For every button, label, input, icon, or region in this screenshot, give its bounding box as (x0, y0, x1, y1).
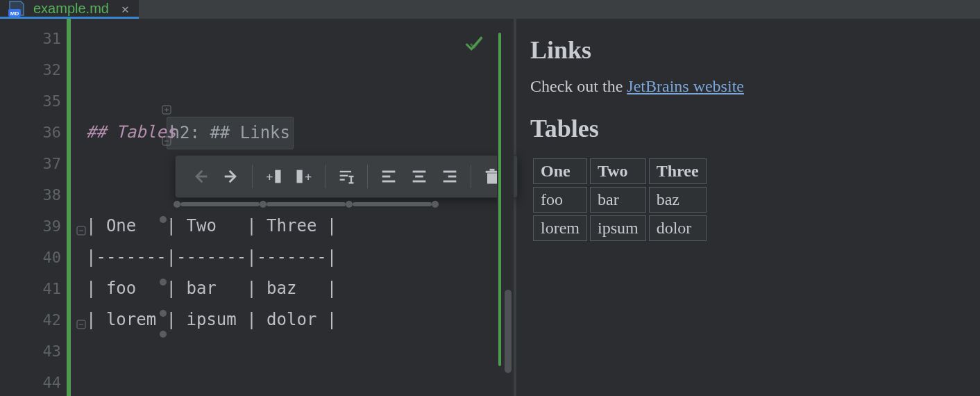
svg-text:+: + (305, 170, 312, 183)
insert-column-after-button[interactable]: + (289, 161, 319, 192)
table-header-cell: Three (649, 158, 707, 184)
align-center-button[interactable] (404, 161, 434, 192)
error-stripe[interactable] (497, 19, 502, 396)
table-header-row: OneTwoThree (533, 158, 707, 184)
code-area[interactable]: h2: ## Links ## Tables | One | Two | Thr… (71, 19, 497, 396)
table-row: foobarbaz (533, 187, 707, 213)
table-row: loremipsumdolor (533, 215, 707, 241)
fold-expand-icon[interactable] (61, 63, 71, 72)
line-number: 32 (0, 54, 67, 85)
line-number: 41 (0, 273, 67, 304)
line-number: 40 (0, 242, 67, 273)
align-right-button[interactable] (434, 161, 465, 192)
line-number: 37 (0, 148, 67, 179)
table-cell: bar (590, 187, 646, 213)
table-cell: dolor (649, 215, 707, 241)
svg-text:+: + (267, 170, 273, 183)
table-row-grip[interactable] (160, 279, 167, 286)
table-column-grips[interactable] (174, 201, 439, 208)
code-line-table-sep[interactable]: |-------|-------|-------| (71, 242, 497, 273)
toolbar-separator (471, 165, 471, 188)
close-icon[interactable]: ✕ (121, 1, 129, 16)
fold-collapse-icon[interactable] (76, 215, 86, 224)
svg-rect-10 (275, 170, 280, 183)
table-cell: baz (649, 187, 707, 213)
insert-column-before-button[interactable]: + (258, 161, 289, 192)
preview-heading-links: Links (530, 35, 966, 65)
table-row-grip[interactable] (160, 331, 167, 338)
toolbar-separator (252, 165, 253, 188)
line-number: 42 (0, 304, 67, 336)
tab-bar: MD example.md ✕ (0, 0, 980, 19)
line-number-gutter: 313235363738394041424344 (0, 19, 67, 396)
markdown-heading: ## Tables (86, 122, 176, 142)
code-line-table-row[interactable]: | lorem | ipsum | dolor | (71, 304, 497, 336)
preview-text: Check out the (530, 77, 627, 95)
line-number: 36 (0, 117, 67, 148)
rename-column-button[interactable] (331, 161, 362, 192)
prev-cell-button (185, 161, 216, 192)
preview-paragraph: Check out the JetBrains website (530, 77, 966, 96)
table-cell: foo (533, 187, 587, 213)
code-line-table-row[interactable]: | foo | bar | baz | (71, 273, 497, 304)
editor-pane: 313235363738394041424344 h2: ## Links ##… (0, 19, 514, 396)
svg-rect-30 (490, 169, 495, 171)
table-row-grip[interactable] (160, 310, 167, 317)
line-number: 43 (0, 336, 67, 367)
svg-text:MD: MD (10, 10, 19, 17)
table-row-grip[interactable] (160, 216, 167, 223)
line-number: 44 (0, 367, 67, 396)
inspection-ok-icon[interactable] (464, 33, 484, 64)
table-header-cell: Two (590, 158, 646, 184)
next-cell-button[interactable] (216, 161, 246, 192)
line-number: 31 (0, 23, 67, 54)
preview-link[interactable]: JetBrains website (627, 77, 744, 95)
tab-filename: example.md (33, 1, 109, 17)
code-line-table-header[interactable]: | One | Two | Three | (71, 211, 497, 242)
code-line[interactable] (71, 336, 497, 367)
fold-end-icon[interactable] (76, 308, 86, 318)
editor-scrollbar[interactable] (502, 19, 514, 396)
table-cell: ipsum (590, 215, 646, 241)
preview-table: OneTwoThree foobarbazloremipsumdolor (530, 156, 709, 244)
line-number: 38 (0, 179, 67, 211)
tab-bar-empty (139, 0, 980, 19)
tab-example-md[interactable]: MD example.md ✕ (0, 0, 139, 19)
toolbar-separator (367, 165, 368, 188)
table-toolbar: + + (175, 155, 518, 198)
svg-rect-11 (297, 170, 303, 183)
fold-collapse-icon[interactable] (61, 94, 71, 104)
toolbar-separator (325, 165, 326, 188)
preview-pane: Links Check out the JetBrains website Ta… (516, 19, 980, 396)
code-line[interactable] (71, 23, 497, 54)
table-cell: lorem (533, 215, 587, 241)
code-line[interactable] (71, 367, 497, 396)
scrollbar-thumb[interactable] (505, 290, 512, 373)
code-line-folded[interactable]: h2: ## Links (71, 54, 497, 85)
svg-rect-28 (487, 173, 497, 183)
line-number: 39 (0, 211, 67, 242)
table-header-cell: One (533, 158, 587, 184)
code-line-heading[interactable]: ## Tables (71, 117, 497, 148)
line-number: 35 (0, 85, 67, 117)
code-line[interactable] (71, 85, 497, 117)
markdown-file-icon: MD (7, 0, 26, 17)
align-left-button[interactable] (373, 161, 404, 192)
preview-heading-tables: Tables (530, 114, 966, 143)
main-split: 313235363738394041424344 h2: ## Links ##… (0, 19, 980, 396)
